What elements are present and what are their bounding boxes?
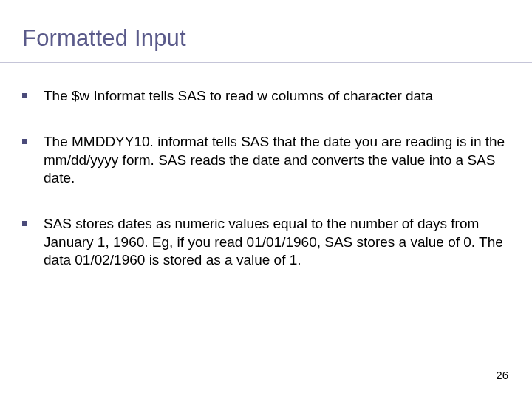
square-bullet-icon bbox=[22, 221, 27, 226]
slide-title: Formatted Input bbox=[22, 25, 186, 52]
slide-body: The $w Informat tells SAS to read w colu… bbox=[22, 87, 507, 297]
page-number: 26 bbox=[496, 369, 508, 381]
list-item-text: The $w Informat tells SAS to read w colu… bbox=[44, 87, 507, 105]
square-bullet-icon bbox=[22, 139, 27, 144]
title-underline bbox=[0, 62, 532, 63]
list-item-text: The MMDDYY10. informat tells SAS that th… bbox=[44, 133, 507, 187]
slide: Formatted Input The $w Informat tells SA… bbox=[0, 0, 532, 399]
list-item: The $w Informat tells SAS to read w colu… bbox=[22, 87, 507, 105]
list-item: The MMDDYY10. informat tells SAS that th… bbox=[22, 133, 507, 187]
square-bullet-icon bbox=[22, 93, 27, 98]
list-item-text: SAS stores dates as numeric values equal… bbox=[44, 215, 507, 269]
list-item: SAS stores dates as numeric values equal… bbox=[22, 215, 507, 269]
